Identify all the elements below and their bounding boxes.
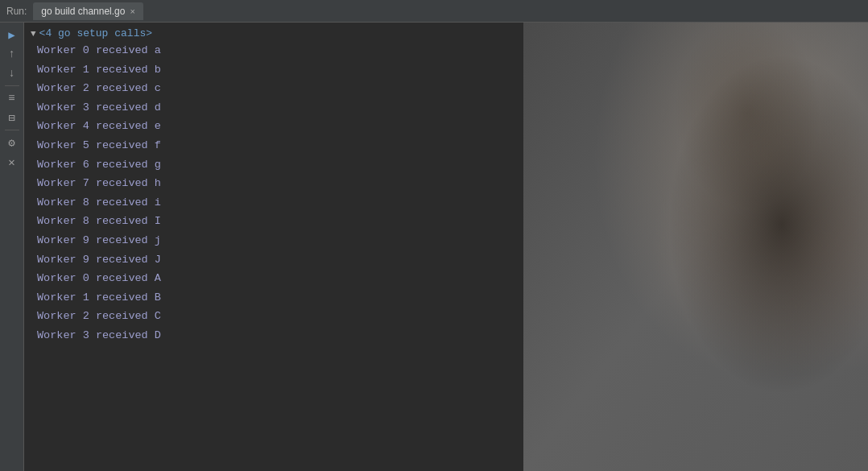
console-line: Worker 8 received I — [24, 212, 523, 231]
settings-button[interactable]: ⚙ — [3, 134, 21, 151]
console-line: Worker 8 received i — [24, 193, 523, 213]
console-line: Worker 0 received a — [24, 41, 523, 60]
delete-button[interactable]: ✕ — [3, 153, 21, 171]
run-toolbar: ▶ ↑ ↓ ≡ ⊟ ⚙ ✕ — [0, 23, 24, 471]
console-line: Worker 3 received d — [24, 98, 523, 118]
console-line: Worker 0 received A — [24, 269, 523, 288]
console-line: Worker 9 received J — [24, 250, 523, 270]
run-label: Run: — [6, 6, 27, 17]
console-panel: ▼ <4 go setup calls> Worker 0 received a… — [24, 23, 868, 471]
silhouette-overlay — [523, 23, 868, 471]
filter-button[interactable]: ⊟ — [3, 109, 21, 126]
console-line: Worker 4 received e — [24, 117, 523, 136]
console-fold-header[interactable]: ▼ <4 go setup calls> — [24, 26, 523, 41]
console-line: Worker 5 received f — [24, 136, 523, 155]
console-line: Worker 2 received c — [24, 79, 523, 98]
run-tab[interactable]: go build channel.go × — [33, 2, 143, 20]
tab-close-button[interactable]: × — [130, 6, 134, 16]
fold-icon: ▼ — [31, 29, 36, 39]
console-line: Worker 1 received b — [24, 60, 523, 80]
console-line: Worker 2 received C — [24, 307, 523, 326]
toolbar-divider-2 — [5, 130, 19, 130]
scroll-down-button[interactable]: ↓ — [3, 64, 21, 82]
toolbar-divider-1 — [5, 85, 19, 86]
tab-name: go build channel.go — [41, 6, 125, 17]
console-line: Worker 9 received j — [24, 231, 523, 250]
top-bar: Run: go build channel.go × — [0, 0, 868, 23]
console-line: Worker 6 received g — [24, 155, 523, 175]
main-area: ▶ ↑ ↓ ≡ ⊟ ⚙ ✕ ▼ <4 go setup calls> Worke… — [0, 23, 868, 471]
scroll-up-button[interactable]: ↑ — [3, 45, 21, 63]
play-button[interactable]: ▶ — [3, 26, 21, 43]
console-header-text: <4 go setup calls> — [39, 27, 152, 39]
console-line: Worker 7 received h — [24, 174, 523, 193]
background-panel — [523, 23, 868, 471]
console-line: Worker 3 received D — [24, 326, 523, 345]
soft-wrap-button[interactable]: ≡ — [3, 89, 21, 107]
console-output: ▼ <4 go setup calls> Worker 0 received a… — [24, 23, 523, 471]
console-line: Worker 1 received B — [24, 288, 523, 308]
